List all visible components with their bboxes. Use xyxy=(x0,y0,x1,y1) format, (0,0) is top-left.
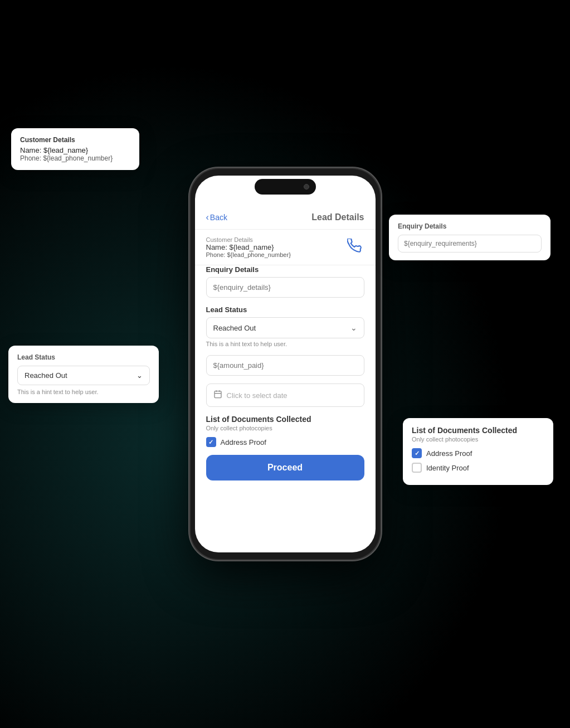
customer-phone: Phone: ${lead_phone_number} xyxy=(206,251,338,258)
back-button[interactable]: ‹ Back xyxy=(206,212,227,222)
address-proof-checkbox[interactable] xyxy=(206,437,216,447)
customer-name-value: ${lead_name} xyxy=(229,243,274,251)
documents-title: List of Documents Collected xyxy=(206,415,364,424)
customer-phone-value: ${lead_phone_number} xyxy=(227,251,290,258)
phone-value: ${lead_phone_number} xyxy=(43,154,113,162)
customer-name-prefix: Name: xyxy=(206,243,227,251)
svg-rect-0 xyxy=(215,391,221,398)
amount-input[interactable] xyxy=(206,355,364,376)
card-address-checkbox-checked[interactable] xyxy=(412,448,422,458)
card-doc-item-identity[interactable]: Identity Proof xyxy=(412,463,544,473)
card-customer-title: Customer Details xyxy=(20,136,130,144)
lead-status-value: Reached Out xyxy=(213,324,256,332)
lead-status-hint: This is a hint text to help user. xyxy=(206,341,364,347)
card-customer-details: Customer Details Name: ${lead_name} Phon… xyxy=(11,128,139,170)
card-documents: List of Documents Collected Only collect… xyxy=(403,418,553,485)
card-enquiry-title: Enquiry Details xyxy=(398,222,542,230)
date-picker-button[interactable]: Click to select date xyxy=(206,384,364,407)
form-content: Enquiry Details Lead Status Reached Out … xyxy=(195,265,376,543)
back-label: Back xyxy=(210,213,227,222)
calendar-icon xyxy=(213,390,222,401)
lead-status-chevron-icon: ⌄ xyxy=(350,323,357,332)
card-lead-status-dropdown[interactable]: Reached Out ⌄ xyxy=(17,366,150,385)
card-address-label: Address Proof xyxy=(426,449,472,458)
call-icon xyxy=(347,239,362,256)
customer-row: Customer Details Name: ${lead_name} Phon… xyxy=(195,230,376,265)
card-customer-phone: Phone: ${lead_phone_number} xyxy=(20,154,130,162)
card-lead-status: Lead Status Reached Out ⌄ This is a hint… xyxy=(8,346,159,403)
phone-screen: ‹ Back Lead Details Customer Details Nam… xyxy=(195,176,376,552)
customer-name: Name: ${lead_name} xyxy=(206,243,338,251)
screen-content: ‹ Back Lead Details Customer Details Nam… xyxy=(195,176,376,552)
lead-status-dropdown[interactable]: Reached Out ⌄ xyxy=(206,317,364,338)
phone-notch xyxy=(255,179,316,195)
card-enquiry-details: Enquiry Details xyxy=(389,215,550,260)
card-docs-subtitle: Only collect photocopies xyxy=(412,436,544,443)
date-picker-group: Click to select date xyxy=(206,384,364,407)
proceed-button[interactable]: Proceed xyxy=(206,455,364,481)
customer-info: Customer Details Name: ${lead_name} Phon… xyxy=(206,236,338,258)
customer-phone-prefix: Phone: xyxy=(206,251,226,258)
address-proof-item[interactable]: Address Proof xyxy=(206,437,364,447)
card-lead-chevron-icon: ⌄ xyxy=(137,371,143,380)
card-docs-title: List of Documents Collected xyxy=(412,426,544,435)
back-chevron-icon: ‹ xyxy=(206,212,209,222)
phone-frame: ‹ Back Lead Details Customer Details Nam… xyxy=(191,169,380,559)
card-lead-status-title: Lead Status xyxy=(17,353,150,361)
card-identity-checkbox-unchecked[interactable] xyxy=(412,463,422,473)
lead-status-group: Lead Status Reached Out ⌄ This is a hint… xyxy=(206,305,364,347)
enquiry-details-group: Enquiry Details xyxy=(206,265,364,298)
name-value: ${lead_name} xyxy=(43,146,88,154)
enquiry-details-label: Enquiry Details xyxy=(206,265,364,274)
card-lead-status-hint: This is a hint text to help user. xyxy=(17,389,150,395)
enquiry-details-input[interactable] xyxy=(206,277,364,298)
documents-section: List of Documents Collected Only collect… xyxy=(206,415,364,447)
card-identity-label: Identity Proof xyxy=(426,464,469,472)
screen-header: ‹ Back Lead Details xyxy=(195,208,376,230)
call-button[interactable] xyxy=(344,237,364,258)
customer-section-label: Customer Details xyxy=(206,236,338,243)
address-proof-label: Address Proof xyxy=(221,438,266,446)
card-doc-item-address[interactable]: Address Proof xyxy=(412,448,544,458)
amount-group xyxy=(206,355,364,376)
date-picker-placeholder: Click to select date xyxy=(227,391,288,400)
card-enquiry-input[interactable] xyxy=(398,235,542,253)
name-prefix: Name: xyxy=(20,146,41,154)
camera-dot xyxy=(304,184,309,190)
page-title: Lead Details xyxy=(311,212,364,222)
documents-subtitle: Only collect photocopies xyxy=(206,425,364,431)
card-customer-name: Name: ${lead_name} xyxy=(20,146,130,154)
card-lead-status-value: Reached Out xyxy=(25,371,67,380)
lead-status-label: Lead Status xyxy=(206,305,364,314)
phone-prefix: Phone: xyxy=(20,154,41,162)
